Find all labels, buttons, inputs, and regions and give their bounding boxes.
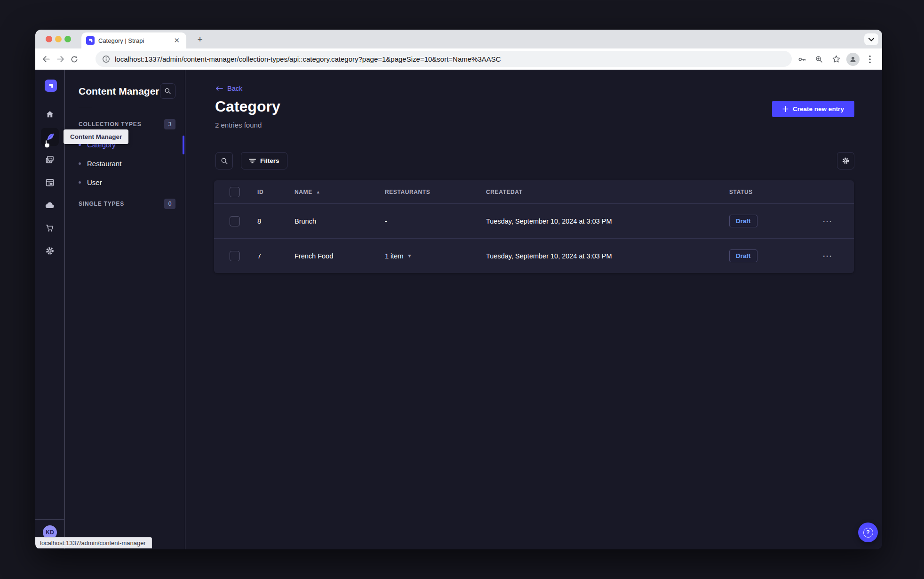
maximize-window-button[interactable]	[64, 36, 71, 42]
create-new-entry-label: Create new entry	[793, 105, 844, 113]
cell-restaurants[interactable]: 1 item ▼	[385, 252, 486, 260]
home-icon[interactable]	[41, 105, 59, 123]
strapi-favicon-icon	[86, 36, 95, 45]
subnav-item-label: Restaurant	[87, 160, 121, 168]
chevron-down-icon: ▼	[407, 253, 412, 258]
create-new-entry-button[interactable]: Create new entry	[772, 101, 854, 117]
content-type-builder-icon[interactable]	[41, 174, 59, 192]
column-header-id[interactable]: ID	[257, 189, 295, 195]
browser-menu-icon[interactable]	[863, 53, 876, 66]
back-label: Back	[227, 85, 242, 92]
bookmark-star-icon[interactable]	[829, 53, 843, 66]
url-text[interactable]: localhost:1337/admin/content-manager/col…	[115, 55, 501, 63]
select-all-checkbox[interactable]	[230, 187, 240, 197]
collection-types-count: 3	[164, 119, 175, 129]
browser-profile-avatar[interactable]	[846, 53, 860, 66]
browser-back-icon[interactable]	[39, 52, 53, 66]
settings-gear-icon[interactable]	[41, 242, 59, 260]
cell-createdat: Tuesday, September 10, 2024 at 3:03 PM	[486, 217, 729, 225]
list-settings-button[interactable]	[837, 152, 854, 169]
subnav-title: Content Manager	[79, 86, 159, 97]
column-header-createdat[interactable]: CREATEDAT	[486, 189, 729, 195]
bullet-icon	[79, 162, 81, 165]
filters-label: Filters	[260, 157, 279, 164]
list-search-button[interactable]	[215, 152, 233, 169]
zoom-icon[interactable]	[812, 53, 826, 66]
entries-table: ID NAME ▲ RESTAURANTS CREATEDAT STATUS 8…	[214, 180, 854, 273]
filter-icon	[249, 158, 256, 164]
table-row[interactable]: 7 French Food 1 item ▼ Tuesday, Septembe…	[214, 238, 854, 273]
column-header-status[interactable]: STATUS	[729, 189, 820, 195]
strapi-logo-icon[interactable]	[45, 80, 57, 92]
bullet-icon	[79, 181, 81, 184]
window-controls[interactable]	[46, 36, 71, 42]
password-key-icon[interactable]	[796, 53, 809, 66]
table-row[interactable]: 8 Brunch - Tuesday, September 10, 2024 a…	[214, 203, 854, 238]
single-types-section: SINGLE TYPES 0	[79, 198, 175, 209]
status-badge: Draft	[729, 249, 757, 262]
cell-restaurants: -	[385, 217, 486, 225]
back-link[interactable]: Back	[215, 85, 242, 92]
tab-search-chevron-icon[interactable]	[864, 33, 878, 45]
cell-createdat: Tuesday, September 10, 2024 at 3:03 PM	[486, 252, 729, 260]
media-library-icon[interactable]	[41, 151, 59, 169]
link-status-bubble: localhost:1337/admin/content-manager	[35, 537, 152, 548]
new-tab-button[interactable]: +	[194, 34, 206, 45]
back-arrow-icon	[215, 86, 223, 91]
filters-button[interactable]: Filters	[241, 152, 287, 169]
sidebar-divider	[35, 519, 65, 520]
cell-name: French Food	[295, 252, 385, 260]
status-badge: Draft	[729, 215, 757, 227]
table-header-row: ID NAME ▲ RESTAURANTS CREATEDAT STATUS	[214, 180, 854, 203]
column-header-restaurants[interactable]: RESTAURANTS	[385, 189, 486, 195]
subnav-item-user[interactable]: User	[79, 175, 179, 190]
url-bar[interactable]: localhost:1337/admin/content-manager/col…	[96, 51, 792, 67]
entries-count: 2 entries found	[215, 121, 262, 129]
single-types-label: SINGLE TYPES	[79, 201, 124, 207]
browser-reload-icon[interactable]	[67, 52, 81, 66]
collection-types-label: COLLECTION TYPES	[79, 121, 141, 128]
subnav-item-label: User	[87, 178, 102, 186]
minimize-window-button[interactable]	[55, 36, 62, 42]
site-info-icon[interactable]	[102, 55, 110, 63]
row-checkbox[interactable]	[230, 251, 240, 261]
page-title: Category	[215, 98, 280, 115]
gear-icon	[842, 157, 850, 165]
column-header-name[interactable]: NAME ▲	[295, 189, 385, 195]
subnav-item-restaurant[interactable]: Restaurant	[79, 156, 179, 171]
browser-tab[interactable]: Category | Strapi ✕	[81, 32, 186, 48]
row-checkbox[interactable]	[230, 216, 240, 226]
single-types-count: 0	[164, 199, 175, 209]
help-button[interactable]: ?	[858, 523, 878, 542]
collection-types-section: COLLECTION TYPES 3	[79, 119, 175, 130]
main-content: Back Category 2 entries found Create new…	[185, 70, 882, 549]
cell-id: 8	[257, 217, 295, 225]
row-actions-menu-icon[interactable]: ⋯	[820, 219, 833, 224]
marketplace-cart-icon[interactable]	[41, 219, 59, 237]
subnav-search-button[interactable]	[160, 83, 175, 99]
browser-tabstrip: Category | Strapi ✕ +	[35, 30, 882, 48]
cell-name: Brunch	[295, 217, 385, 225]
close-window-button[interactable]	[46, 36, 52, 42]
plus-icon	[782, 106, 789, 112]
browser-forward-icon[interactable]	[53, 52, 67, 66]
browser-toolbar: localhost:1337/admin/content-manager/col…	[35, 48, 882, 70]
cell-id: 7	[257, 252, 295, 260]
strapi-app: KD Content Manager COLLECTION TYPES 3 Ca…	[35, 70, 882, 549]
browser-window: Category | Strapi ✕ + localhost:1337/adm…	[35, 30, 882, 549]
question-mark-icon: ?	[863, 528, 873, 538]
content-manager-tooltip: Content Manager	[64, 129, 128, 144]
sort-asc-icon: ▲	[316, 190, 321, 194]
tab-close-icon[interactable]: ✕	[172, 36, 182, 45]
subnav-divider	[79, 108, 92, 108]
row-actions-menu-icon[interactable]: ⋯	[820, 254, 833, 258]
tab-title: Category | Strapi	[98, 37, 172, 44]
cloud-icon[interactable]	[41, 196, 59, 214]
cursor-icon	[43, 140, 51, 150]
subnav-scrollbar[interactable]	[183, 136, 184, 154]
